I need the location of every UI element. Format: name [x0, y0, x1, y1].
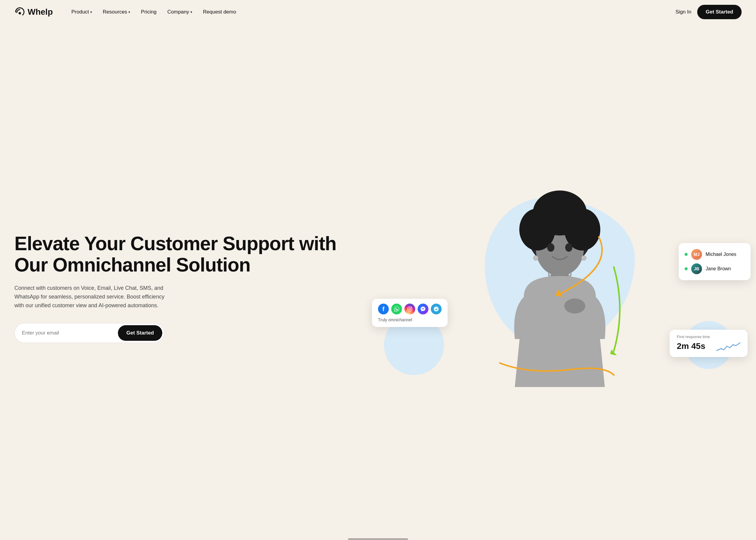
avatar-jane: JB	[691, 263, 702, 274]
brand-name: Whelp	[28, 7, 53, 17]
hero-right: f Truly omnichannel MJ	[378, 183, 742, 393]
hero-cta-form: Get Started	[14, 323, 165, 343]
response-time-chart	[716, 340, 740, 352]
whatsapp-icon	[391, 304, 402, 315]
svg-point-0	[19, 12, 21, 14]
facebook-icon: f	[378, 304, 389, 315]
hero-left: Elevate Your Customer Support with Our O…	[14, 233, 378, 342]
response-time-value: 2m 45s	[677, 341, 705, 351]
hero-subtitle: Connect with customers on Voice, Email, …	[14, 284, 171, 310]
hero-title: Elevate Your Customer Support with Our O…	[14, 233, 366, 275]
svg-point-8	[564, 299, 585, 314]
sign-in-link[interactable]: Sign In	[675, 9, 691, 15]
scroll-hint	[348, 538, 408, 540]
svg-point-11	[533, 256, 538, 260]
hero-section: Elevate Your Customer Support with Our O…	[0, 24, 756, 540]
svg-point-9	[547, 243, 555, 252]
nav-request-demo[interactable]: Request demo	[199, 7, 241, 17]
hero-person-image	[488, 183, 632, 387]
nav-actions: Sign In Get Started	[675, 5, 742, 19]
svg-point-6	[533, 191, 587, 235]
chevron-down-icon: ▾	[128, 10, 130, 14]
nav-resources[interactable]: Resources ▾	[99, 7, 134, 17]
user-item-jane: JB Jane Brown	[685, 262, 745, 276]
user-michael-name: Michael Jones	[705, 252, 736, 257]
svg-point-17	[411, 308, 412, 308]
online-indicator	[685, 253, 688, 256]
response-time-row: 2m 45s	[677, 340, 740, 352]
logo-link[interactable]: Whelp	[14, 7, 53, 17]
card-users: MJ Michael Jones JB Jane Brown	[679, 243, 751, 280]
whelp-logo-icon	[14, 7, 25, 17]
instagram-icon	[404, 304, 415, 315]
online-indicator	[685, 267, 688, 270]
email-input[interactable]	[22, 327, 118, 339]
avatar-michael: MJ	[691, 249, 702, 260]
nav-links: Product ▾ Resources ▾ Pricing Company ▾ …	[67, 7, 675, 17]
chevron-down-icon: ▾	[90, 10, 92, 14]
nav-get-started-button[interactable]: Get Started	[697, 5, 742, 19]
card-omnichannel: f Truly omnichannel	[372, 299, 447, 327]
messenger-icon	[418, 304, 429, 315]
svg-point-10	[565, 243, 572, 252]
user-item-michael: MJ Michael Jones	[685, 247, 745, 262]
card-response-time: First response time 2m 45s	[670, 330, 748, 357]
response-time-label: First response time	[677, 335, 740, 339]
omnichannel-label: Truly omnichannel	[378, 318, 441, 322]
telegram-icon	[431, 304, 441, 315]
user-jane-name: Jane Brown	[705, 266, 731, 272]
person-svg	[488, 183, 632, 387]
nav-company[interactable]: Company ▾	[163, 7, 196, 17]
nav-product[interactable]: Product ▾	[67, 7, 96, 17]
svg-point-12	[581, 256, 586, 260]
navbar: Whelp Product ▾ Resources ▾ Pricing Comp…	[0, 0, 756, 24]
chevron-down-icon: ▾	[190, 10, 192, 14]
svg-point-16	[409, 308, 411, 310]
hero-get-started-button[interactable]: Get Started	[118, 325, 162, 341]
social-icons-row: f	[378, 304, 441, 315]
nav-pricing[interactable]: Pricing	[137, 7, 161, 17]
